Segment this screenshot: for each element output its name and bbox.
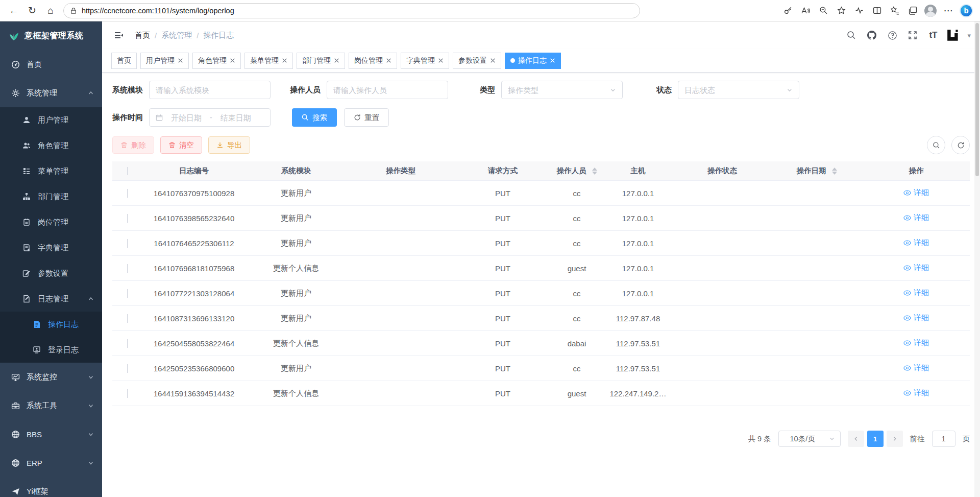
row-checkbox[interactable] <box>127 289 128 298</box>
tab-role-mgmt[interactable]: 角色管理 <box>192 53 241 69</box>
sidebar-item-role-mgmt[interactable]: 角色管理 <box>0 133 102 158</box>
close-icon[interactable] <box>334 58 339 63</box>
sidebar-item-dict-mgmt[interactable]: 字典管理 <box>0 235 102 261</box>
tab-param-settings[interactable]: 参数设置 <box>453 53 501 69</box>
sort-icon[interactable] <box>832 168 837 175</box>
sidebar-item-menu-mgmt[interactable]: 菜单管理 <box>0 158 102 184</box>
detail-link[interactable]: 详细 <box>903 288 929 298</box>
fullscreen-icon[interactable] <box>905 28 920 43</box>
tab-dict-mgmt[interactable]: 字典管理 <box>401 53 449 69</box>
read-aloud-icon[interactable] <box>797 2 814 19</box>
goto-page-input[interactable] <box>932 431 955 447</box>
close-icon[interactable] <box>386 58 391 63</box>
type-select-value[interactable] <box>508 86 606 94</box>
row-checkbox[interactable] <box>127 239 128 248</box>
home-icon[interactable]: ⌂ <box>42 2 59 19</box>
tab-post-mgmt[interactable]: 岗位管理 <box>349 53 397 69</box>
close-icon[interactable] <box>178 58 183 63</box>
zoom-out-icon[interactable] <box>815 2 832 19</box>
row-checkbox[interactable] <box>127 214 128 223</box>
collections-icon[interactable] <box>904 2 921 19</box>
refresh-icon[interactable]: ↻ <box>23 2 41 19</box>
sidebar-item-login-log[interactable]: 登录日志 <box>0 337 102 363</box>
sidebar-item-post-mgmt[interactable]: 岗位管理 <box>0 209 102 235</box>
tab-oper-log[interactable]: 操作日志 <box>505 53 561 69</box>
bing-icon[interactable]: b <box>958 2 975 19</box>
next-page-button[interactable] <box>887 431 903 447</box>
sidebar-item-erp[interactable]: ERP <box>0 448 102 477</box>
tab-dept-mgmt[interactable]: 部门管理 <box>297 53 345 69</box>
more-options-icon[interactable]: ⋯ <box>940 2 957 19</box>
chevron-down-icon[interactable]: ▾ <box>967 32 971 39</box>
end-date-input[interactable] <box>216 113 255 122</box>
export-button[interactable]: 导出 <box>208 136 250 154</box>
detail-link[interactable]: 详细 <box>903 338 929 348</box>
start-date-input[interactable] <box>167 113 206 122</box>
tab-user-mgmt[interactable]: 用户管理 <box>140 53 189 69</box>
back-icon[interactable]: ← <box>5 2 22 19</box>
detail-link[interactable]: 详细 <box>903 238 929 248</box>
row-checkbox[interactable] <box>127 264 128 273</box>
search-icon[interactable] <box>844 28 859 43</box>
breadcrumb-system[interactable]: 系统管理 <box>161 31 192 40</box>
github-icon[interactable] <box>864 28 879 43</box>
favorites-bar-icon[interactable] <box>886 2 903 19</box>
sidebar-item-system-mgmt[interactable]: 系统管理 <box>0 79 102 107</box>
sidebar-item-yi-framework[interactable]: Yi框架 <box>0 477 102 497</box>
select-all-checkbox[interactable] <box>127 167 128 175</box>
help-icon[interactable] <box>885 28 900 43</box>
table-search-button[interactable] <box>927 136 945 154</box>
detail-link[interactable]: 详细 <box>903 263 929 273</box>
row-checkbox[interactable] <box>127 364 128 373</box>
date-range-picker[interactable]: - <box>149 108 271 127</box>
close-icon[interactable] <box>550 58 555 63</box>
sidebar-item-oper-log[interactable]: 操作日志 <box>0 312 102 337</box>
detail-link[interactable]: 详细 <box>903 363 929 373</box>
breadcrumb-home[interactable]: 首页 <box>135 31 150 40</box>
page-number-1[interactable]: 1 <box>867 431 884 447</box>
sidebar-item-system-tools[interactable]: 系统工具 <box>0 391 102 420</box>
module-input[interactable] <box>156 86 264 94</box>
table-refresh-button[interactable] <box>951 136 970 154</box>
url-input[interactable] <box>82 7 633 15</box>
close-icon[interactable] <box>282 58 287 63</box>
prev-page-button[interactable] <box>848 431 864 447</box>
delete-button[interactable]: 删除 <box>112 136 154 154</box>
search-button[interactable]: 搜索 <box>292 108 337 127</box>
row-checkbox[interactable] <box>127 189 128 198</box>
sidebar-item-param-settings[interactable]: 参数设置 <box>0 261 102 286</box>
sidebar-item-system-monitor[interactable]: 系统监控 <box>0 363 102 391</box>
close-icon[interactable] <box>490 58 496 63</box>
status-select[interactable] <box>678 81 799 99</box>
sidebar-item-bbs[interactable]: BBS <box>0 420 102 448</box>
detail-link[interactable]: 详细 <box>903 313 929 323</box>
row-checkbox[interactable] <box>127 314 128 323</box>
detail-link[interactable]: 详细 <box>903 388 929 398</box>
split-screen-icon[interactable] <box>868 2 886 19</box>
address-bar[interactable] <box>63 3 640 18</box>
sidebar-item-user-mgmt[interactable]: 用户管理 <box>0 107 102 133</box>
sidebar-item-dept-mgmt[interactable]: 部门管理 <box>0 184 102 209</box>
tab-menu-mgmt[interactable]: 菜单管理 <box>244 53 293 69</box>
scrollbar-thumb[interactable] <box>975 23 979 176</box>
app-logo[interactable]: 意框架管理系统 <box>0 21 102 50</box>
operator-input[interactable] <box>333 86 442 94</box>
clear-button[interactable]: 清空 <box>160 136 202 154</box>
status-select-value[interactable] <box>684 86 782 94</box>
sidebar-fold-icon[interactable] <box>111 28 127 43</box>
row-checkbox[interactable] <box>127 389 128 398</box>
sort-icon[interactable] <box>592 168 597 175</box>
yi-logo[interactable] <box>946 28 961 43</box>
sidebar-item-home[interactable]: 首页 <box>0 50 102 79</box>
profile-avatar[interactable] <box>922 2 939 19</box>
page-scrollbar[interactable] <box>974 21 980 497</box>
password-key-icon[interactable] <box>779 2 796 19</box>
page-size-select[interactable]: 10条/页 <box>778 431 841 447</box>
close-icon[interactable] <box>230 58 235 63</box>
type-select[interactable] <box>501 81 623 99</box>
font-size-icon[interactable]: tT <box>925 28 941 43</box>
detail-link[interactable]: 详细 <box>903 213 929 223</box>
detail-link[interactable]: 详细 <box>903 188 929 198</box>
favorites-add-icon[interactable] <box>832 2 850 19</box>
tab-home[interactable]: 首页 <box>111 53 137 69</box>
